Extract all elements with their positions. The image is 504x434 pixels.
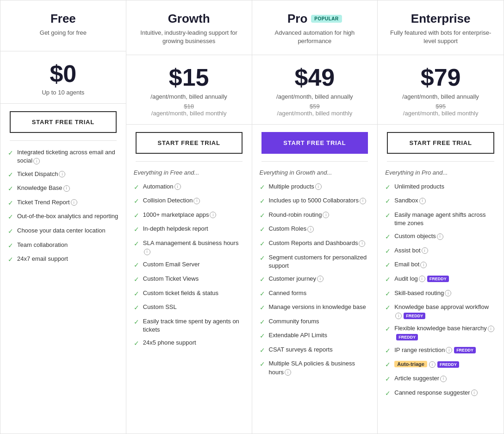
info-icon[interactable]: i <box>315 183 322 190</box>
feature-text: Custom SSL <box>143 303 177 310</box>
info-icon[interactable]: i <box>193 198 200 204</box>
feature-text: In-depth helpdesk report <box>143 225 208 232</box>
autotriage-badge: Auto-triage <box>394 361 427 367</box>
feature-text-wrap: 1000+ marketplace appsi <box>143 211 217 219</box>
info-icon[interactable]: i <box>395 313 402 319</box>
check-icon: ✓ <box>260 332 265 341</box>
feature-text-wrap: Custom Ticket Views <box>143 275 199 283</box>
feature-text: Customer journey <box>269 275 317 282</box>
features-intro-growth: Everything in Free and... <box>134 169 244 176</box>
feature-text: 1000+ marketplace apps <box>143 211 209 218</box>
feature-text: Custom ticket fields & status <box>143 289 218 296</box>
feature-item: ✓Ticket Trend Reporti <box>8 198 118 208</box>
feature-item: ✓24x7 email support <box>8 255 118 264</box>
info-icon[interactable]: i <box>422 247 428 254</box>
info-icon[interactable]: i <box>488 326 494 332</box>
info-icon[interactable]: i <box>210 212 216 218</box>
feature-text: Custom Reports and Dashboards <box>269 239 358 246</box>
info-icon[interactable]: i <box>429 361 436 368</box>
freddy-badge: FREDDY <box>404 313 425 319</box>
feature-text-wrap: Ticket Trend Reporti <box>17 198 77 207</box>
feature-text-wrap: Audit logiFREDDY <box>394 275 449 283</box>
feature-item: ✓Community forums <box>260 317 370 327</box>
info-icon[interactable]: i <box>419 276 425 282</box>
feature-text-wrap: Auto-triageiFREDDY <box>394 360 459 368</box>
feature-item: ✓Multiple productsi <box>260 182 370 192</box>
feature-item: ✓Customer journeyi <box>260 275 370 284</box>
feature-item: ✓Auto-triageiFREDDY <box>385 360 496 370</box>
check-icon: ✓ <box>8 241 13 251</box>
info-icon[interactable]: i <box>359 240 365 247</box>
info-icon[interactable]: i <box>323 212 329 218</box>
feature-text: IP range restriction <box>394 346 445 353</box>
features-intro-pro: Everything in Growth and... <box>260 169 370 176</box>
info-icon[interactable]: i <box>285 369 291 376</box>
info-icon[interactable]: i <box>437 233 443 240</box>
freddy-badge: FREDDY <box>454 347 476 353</box>
feature-item: ✓Collision Detectioni <box>134 196 244 206</box>
info-icon[interactable]: i <box>63 185 70 192</box>
plan-price-free: $0 <box>10 61 117 87</box>
check-icon: ✓ <box>134 197 139 206</box>
plan-price-sub-enterprise: /agent/month, billed annually <box>387 93 494 100</box>
feature-item: ✓Easily track time spent by agents on ti… <box>134 317 244 334</box>
feature-item: ✓Includes up to 5000 Collaboratorsi <box>260 196 370 206</box>
features-intro-enterprise: Everything in Pro and... <box>385 169 496 176</box>
info-icon[interactable]: i <box>420 262 427 268</box>
feature-text-wrap: Multiple productsi <box>269 182 322 191</box>
plan-price-pro: $49 <box>261 64 368 91</box>
feature-text-wrap: Easily track time spent by agents on tic… <box>143 317 244 334</box>
check-icon: ✓ <box>260 197 265 206</box>
feature-text-wrap: Community forums <box>269 317 319 326</box>
info-icon[interactable]: i <box>471 390 478 396</box>
check-icon: ✓ <box>260 275 265 284</box>
check-icon: ✓ <box>260 239 265 249</box>
check-icon: ✓ <box>260 303 265 313</box>
info-icon[interactable]: i <box>307 226 314 233</box>
info-icon[interactable]: i <box>59 171 65 177</box>
feature-text: Assist bot <box>394 247 420 254</box>
info-icon[interactable]: i <box>33 158 40 164</box>
cta-button-growth[interactable]: START FREE TRIAL <box>136 132 243 154</box>
feature-text-wrap: Unlimited products <box>394 182 444 191</box>
feature-item: ✓Custom ticket fields & status <box>134 289 244 299</box>
cta-button-enterprise[interactable]: START FREE TRIAL <box>387 132 494 154</box>
feature-text-wrap: Flexible knowledge base hierarchyiFREDDY <box>394 324 496 341</box>
plan-features-growth: Everything in Free and...✓Automationi✓Co… <box>126 162 252 434</box>
check-icon: ✓ <box>385 211 391 220</box>
check-icon: ✓ <box>8 149 13 158</box>
check-icon: ✓ <box>260 211 265 220</box>
info-icon[interactable]: i <box>440 376 447 382</box>
freddy-badge: FREDDY <box>396 334 418 340</box>
info-icon[interactable]: i <box>446 347 452 353</box>
feature-text: Easily manage agent shifts across time z… <box>394 211 485 226</box>
check-icon: ✓ <box>134 225 139 234</box>
plan-subtitle-pro: Advanced automation for high performance <box>261 29 368 45</box>
info-icon[interactable]: i <box>317 276 324 282</box>
check-icon: ✓ <box>385 389 391 398</box>
cta-button-free[interactable]: START FREE TRIAL <box>10 111 117 133</box>
info-icon[interactable]: i <box>445 290 451 296</box>
feature-item: ✓Custom SSL <box>134 303 244 313</box>
info-icon[interactable]: i <box>174 183 181 190</box>
cta-button-pro[interactable]: START FREE TRIAL <box>261 132 368 154</box>
plan-header-free: FreeGet going for free <box>0 0 126 51</box>
info-icon[interactable]: i <box>360 198 366 204</box>
info-icon[interactable]: i <box>144 249 150 255</box>
feature-item: ✓Skill-based routingi <box>385 289 496 299</box>
check-icon: ✓ <box>260 183 265 192</box>
plan-header-enterprise: EnterpriseFully featured with bots for e… <box>378 0 504 55</box>
feature-text-wrap: Team collaboration <box>17 241 68 249</box>
info-icon[interactable]: i <box>71 199 77 206</box>
info-icon[interactable]: i <box>419 198 426 204</box>
feature-item: ✓1000+ marketplace appsi <box>134 211 244 220</box>
feature-text-wrap: Custom SSL <box>143 303 177 311</box>
feature-text: Custom Email Server <box>143 261 200 268</box>
feature-item: ✓Manage versions in knowledge base <box>260 303 370 313</box>
freddy-badge: FREDDY <box>427 276 449 282</box>
plan-price-crossed-enterprise: $95 <box>387 103 494 110</box>
feature-text: Multiple products <box>269 183 314 190</box>
plan-subtitle-free: Get going for free <box>40 29 87 37</box>
feature-text-wrap: Includes up to 5000 Collaboratorsi <box>269 196 366 205</box>
feature-text: Knowledge Base <box>17 184 62 191</box>
